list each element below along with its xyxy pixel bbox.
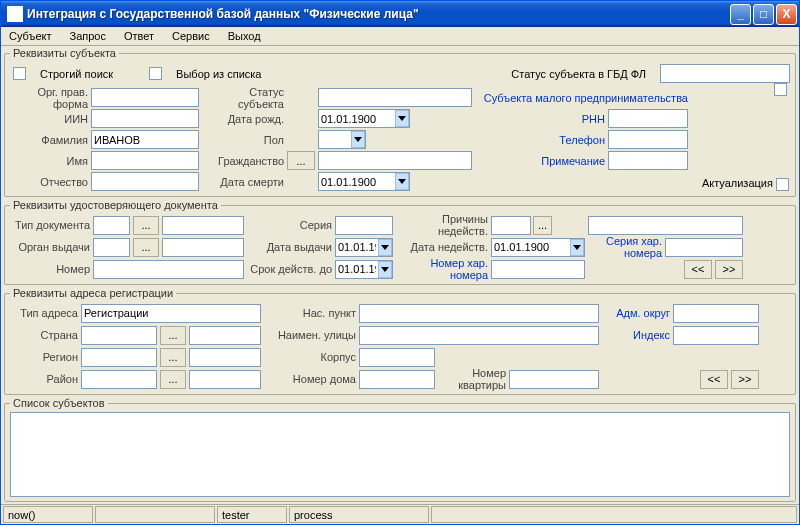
checkbox-select-from-list[interactable]: [149, 67, 162, 80]
label-surname: Фамилия: [10, 134, 88, 146]
input-doc-type-name[interactable]: [162, 216, 244, 235]
input-doc-type[interactable]: [93, 216, 130, 235]
input-name[interactable]: [91, 151, 199, 170]
link-small-biz[interactable]: Субъекта малого предпринимательства: [475, 92, 688, 104]
status-panel-5: [431, 506, 797, 523]
input-invalid-reason-code[interactable]: [491, 216, 531, 235]
checkbox-actualization[interactable]: [776, 178, 789, 191]
label-region: Регион: [10, 351, 78, 363]
label-number: Номер: [10, 263, 90, 275]
button-addr-next[interactable]: >>: [731, 370, 759, 389]
input-series-char-num[interactable]: [665, 238, 743, 257]
minimize-button[interactable]: _: [730, 4, 751, 25]
label-apartment: Номер квартиры: [438, 367, 506, 391]
label-doc-type: Тип документа: [10, 219, 90, 231]
input-adm-district[interactable]: [673, 304, 759, 323]
label-actualization: Актуализация: [702, 177, 773, 189]
input-country-code[interactable]: [81, 326, 157, 345]
subject-listbox[interactable]: [10, 412, 790, 497]
input-house[interactable]: [359, 370, 435, 389]
button-invalid-reason-pick[interactable]: ...: [533, 216, 552, 235]
input-num-char-num[interactable]: [491, 260, 585, 279]
input-block[interactable]: [359, 348, 435, 367]
label-num-char-num: Номер хар. номера: [396, 257, 488, 281]
button-doc-next[interactable]: >>: [715, 260, 743, 279]
select-sex[interactable]: [318, 130, 366, 149]
maximize-button[interactable]: □: [753, 4, 774, 25]
label-dob: Дата рожд.: [202, 113, 284, 125]
status-bar: now() tester process: [1, 504, 799, 524]
label-status-in-db: Статус субъекта в ГБД ФЛ: [511, 68, 646, 80]
button-doc-type-pick[interactable]: ...: [133, 216, 159, 235]
input-note[interactable]: [608, 151, 688, 170]
menu-response[interactable]: Ответ: [120, 29, 158, 43]
input-citizenship[interactable]: [318, 151, 472, 170]
button-doc-prev[interactable]: <<: [684, 260, 712, 279]
group-address-legend: Реквизиты адреса регистрации: [10, 287, 176, 299]
select-dob[interactable]: 01.01.1900: [318, 109, 410, 128]
input-district-name[interactable]: [189, 370, 261, 389]
checkbox-small-biz[interactable]: [774, 83, 787, 96]
menu-service[interactable]: Сервис: [168, 29, 214, 43]
label-series: Серия: [247, 219, 332, 231]
app-icon: [7, 6, 23, 22]
label-country: Страна: [10, 329, 78, 341]
input-postcode[interactable]: [673, 326, 759, 345]
button-citizenship-pick[interactable]: ...: [287, 151, 315, 170]
input-district-code[interactable]: [81, 370, 157, 389]
input-issuer-code[interactable]: [93, 238, 130, 257]
input-addr-type[interactable]: [81, 304, 261, 323]
label-iin: ИИН: [10, 113, 88, 125]
menu-subject[interactable]: Субъект: [5, 29, 55, 43]
input-rnn[interactable]: [608, 109, 688, 128]
close-button[interactable]: X: [776, 4, 797, 25]
status-panel-2: [95, 506, 215, 523]
input-status-in-db[interactable]: [660, 64, 790, 83]
group-subject-list-legend: Список субъектов: [10, 397, 108, 409]
group-document-legend: Реквизиты удостоверяющего документа: [10, 199, 221, 211]
button-issuer-pick[interactable]: ...: [133, 238, 159, 257]
label-name: Имя: [10, 155, 88, 167]
select-valid-until[interactable]: 01.01.1900: [335, 260, 393, 279]
label-phone: Телефон: [475, 134, 605, 146]
input-apartment[interactable]: [509, 370, 599, 389]
label-subj-status: Статус субъекта: [202, 86, 284, 110]
menu-bar: Субъект Запрос Ответ Сервис Выход: [1, 27, 799, 46]
select-issue-date[interactable]: 01.01.1900: [335, 238, 393, 257]
input-country-name[interactable]: [189, 326, 261, 345]
label-district: Район: [10, 373, 78, 385]
label-street: Наимен. улицы: [264, 329, 356, 341]
input-number[interactable]: [93, 260, 244, 279]
input-iin[interactable]: [91, 109, 199, 128]
label-note: Примечание: [475, 155, 605, 167]
button-country-pick[interactable]: ...: [160, 326, 186, 345]
menu-exit[interactable]: Выход: [224, 29, 265, 43]
label-locality: Нас. пункт: [264, 307, 356, 319]
input-invalid-reason-name[interactable]: [588, 216, 743, 235]
input-subj-status[interactable]: [318, 88, 472, 107]
input-issuer-name[interactable]: [162, 238, 244, 257]
input-region-code[interactable]: [81, 348, 157, 367]
label-series-char-num: Серия хар. номера: [588, 235, 662, 259]
label-issuer: Орган выдачи: [10, 241, 90, 253]
button-region-pick[interactable]: ...: [160, 348, 186, 367]
menu-request[interactable]: Запрос: [65, 29, 109, 43]
label-select-from-list: Выбор из списка: [176, 68, 261, 80]
input-series[interactable]: [335, 216, 393, 235]
button-district-pick[interactable]: ...: [160, 370, 186, 389]
input-region-name[interactable]: [189, 348, 261, 367]
label-patronymic: Отчество: [10, 176, 88, 188]
status-panel-3: tester: [217, 506, 287, 523]
button-addr-prev[interactable]: <<: [700, 370, 728, 389]
input-locality[interactable]: [359, 304, 599, 323]
status-panel-4: process: [289, 506, 429, 523]
input-phone[interactable]: [608, 130, 688, 149]
select-invalid-date[interactable]: 01.01.1900: [491, 238, 585, 257]
input-surname[interactable]: [91, 130, 199, 149]
group-subject-legend: Реквизиты субъекта: [10, 47, 119, 59]
select-dod[interactable]: 01.01.1900: [318, 172, 410, 191]
input-patronymic[interactable]: [91, 172, 199, 191]
checkbox-strict-search[interactable]: [13, 67, 26, 80]
input-street[interactable]: [359, 326, 599, 345]
input-org-form[interactable]: [91, 88, 199, 107]
